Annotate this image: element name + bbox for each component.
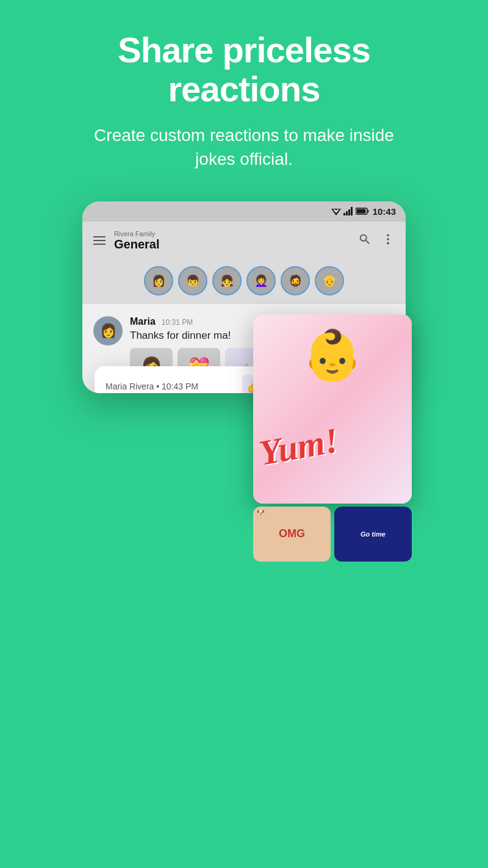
avatar-1[interactable]: 👩 [144, 266, 173, 295]
signal-icon [343, 207, 353, 215]
search-icon[interactable] [358, 233, 371, 248]
avatars-row: 👩 👦 👧 👩‍🦱 🧔 👴 [82, 260, 406, 304]
status-time: 10:43 [373, 206, 396, 217]
channel-family: Rivera Family [114, 230, 350, 237]
header-icons [358, 233, 395, 248]
message-text: Thanks for dinner ma! [130, 330, 268, 342]
app-header: Rivera Family General [82, 222, 406, 260]
svg-point-12 [387, 242, 389, 245]
more-icon[interactable] [381, 233, 395, 248]
svg-rect-5 [348, 209, 350, 215]
battery-icon [356, 208, 369, 215]
status-bar: 10:43 [82, 201, 406, 222]
message-time: 10:31 PM [162, 318, 193, 327]
context-sender: Maria Rivera • 10:43 PM [106, 382, 198, 391]
wifi-icon [331, 207, 341, 215]
phone-area: 10:43 Rivera Family General [82, 201, 406, 641]
svg-rect-4 [346, 211, 348, 215]
svg-point-10 [387, 234, 389, 237]
channel-info: Rivera Family General [114, 230, 350, 251]
yum-text: Yum! [256, 419, 342, 474]
sender-avatar: 👩 [93, 316, 123, 345]
svg-rect-6 [351, 207, 353, 215]
message-header: Maria 10:31 PM [130, 316, 268, 327]
svg-rect-9 [356, 209, 365, 214]
avatar-5[interactable]: 🧔 [281, 266, 310, 295]
sender-name: Maria [130, 316, 156, 327]
photo-overlay: 👶 Yum! [253, 314, 412, 504]
svg-rect-3 [343, 213, 345, 215]
page-subtitle: Create custom reactions to make inside j… [92, 123, 396, 171]
avatar-6[interactable]: 👴 [315, 266, 344, 295]
page-headline: Share priceless reactions [49, 31, 439, 109]
svg-rect-8 [367, 210, 368, 212]
hamburger-icon[interactable] [93, 236, 106, 245]
gotime-tile[interactable]: Go time [334, 507, 412, 562]
channel-name: General [114, 237, 350, 251]
avatar-4[interactable]: 👩‍🦱 [246, 266, 276, 295]
avatar-2[interactable]: 👦 [178, 266, 207, 295]
lower-right-grid: 🐶 OMG Go time [253, 507, 412, 562]
omg-tile[interactable]: 🐶 OMG [253, 507, 331, 562]
svg-point-11 [387, 239, 389, 241]
avatar-3[interactable]: 👧 [212, 266, 242, 295]
context-bullet: • [156, 382, 162, 391]
photo-content: 👶 Yum! [253, 314, 412, 504]
status-icons [331, 207, 369, 215]
